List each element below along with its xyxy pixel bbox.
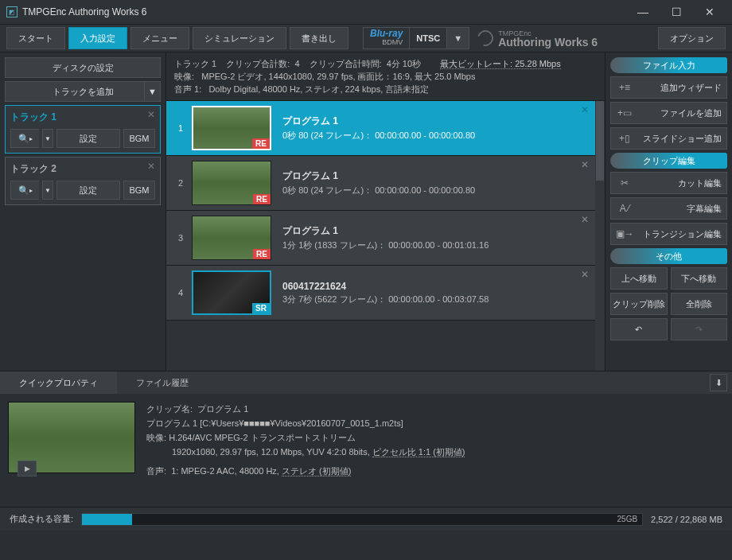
clip-thumbnail: RE (192, 161, 271, 205)
file-add-icon: +▭ (616, 107, 633, 119)
capacity-text: 2,522 / 22,868 MB (651, 515, 722, 524)
download-arrow-button[interactable]: ⬇ (710, 374, 727, 391)
format-selector[interactable]: Blu-ray BDMV NTSC ▼ (363, 27, 469, 49)
clip-item[interactable]: 3 RE プログラム 11分 1秒 (1833 フレーム)： 00:00:00.… (166, 211, 595, 266)
track-close-icon[interactable]: ✕ (147, 161, 155, 172)
right-sidebar: ファイル入力 +≡追加ウィザード +▭ファイルを追加 +▯スライドショー追加 ク… (605, 52, 732, 371)
track-bgm-button[interactable]: BGM (123, 129, 155, 148)
format-dropdown-icon[interactable]: ▼ (446, 28, 469, 49)
play-preview-button[interactable]: ▶ (18, 461, 37, 476)
property-tabs: クイックプロパティ ファイル履歴 ⬇ (0, 371, 732, 394)
format-bluray-label: Blu-ray (370, 29, 403, 38)
simulation-tab[interactable]: シミュレーション (193, 27, 286, 49)
brand-swirl-icon (475, 27, 496, 49)
maximize-button[interactable]: ☐ (660, 2, 692, 22)
track-search-button[interactable]: 🔍▸ (10, 129, 39, 148)
clip-thumbnail: RE (192, 216, 271, 260)
clip-item[interactable]: 2 RE プログラム 10秒 80 (24 フレーム)： 00:00:00.00… (166, 156, 595, 211)
clip-number: 1 (174, 123, 187, 133)
add-wizard-button[interactable]: +≡追加ウィザード (610, 76, 727, 99)
track-settings-button[interactable]: 設定 (56, 181, 120, 200)
track-search-dropdown[interactable]: ▼ (42, 181, 53, 200)
file-history-tab[interactable]: ファイル履歴 (117, 371, 208, 394)
pixel-ratio-link[interactable]: ピクセル比 1:1 (初期値) (372, 447, 465, 457)
scissors-icon: ✂ (616, 177, 633, 189)
wizard-icon: +≡ (616, 82, 633, 93)
clip-number: 2 (174, 178, 187, 188)
re-badge: RE (252, 138, 270, 149)
subtitle-edit-button[interactable]: A ⁄字幕編集 (610, 197, 727, 220)
track-info-bar: トラック 1 クリップ合計数: 4 クリップ合計時間: 4分 10秒 最大ビット… (166, 52, 605, 100)
move-up-button[interactable]: 上へ移動 (610, 267, 668, 290)
track-search-dropdown[interactable]: ▼ (42, 129, 53, 148)
clip-thumbnail: RE (192, 106, 271, 150)
close-window-button[interactable]: ✕ (694, 2, 726, 22)
format-ntsc-label: NTSC (410, 33, 446, 43)
export-tab[interactable]: 書き出し (290, 27, 348, 49)
track-title: トラック 2 (10, 162, 155, 176)
clip-title: プログラム 1 (282, 224, 587, 238)
quick-property-tab[interactable]: クイックプロパティ (0, 371, 117, 394)
titlebar: ◩ TMPGEnc Authoring Works 6 — ☐ ✕ (0, 0, 732, 24)
track-panel-1[interactable]: ✕ トラック 1 🔍▸ ▼ 設定 BGM (5, 105, 161, 154)
capacity-label: 作成される容量: (10, 513, 73, 525)
track-panel-2[interactable]: ✕ トラック 2 🔍▸ ▼ 設定 BGM (5, 157, 161, 205)
clip-item[interactable]: 1 RE プログラム 10秒 80 (24 フレーム)： 00:00:00.00… (166, 101, 595, 156)
clip-list-scrollbar[interactable] (595, 101, 605, 371)
add-track-dropdown-icon[interactable]: ▼ (144, 82, 160, 101)
clip-remove-icon[interactable]: ✕ (581, 104, 589, 115)
option-button[interactable]: オプション (658, 27, 726, 49)
max-bitrate-link[interactable]: 最大ビットレート: 25.28 Mbps (440, 59, 561, 69)
subtitle-icon: A ⁄ (616, 203, 633, 214)
start-tab[interactable]: スタート (6, 27, 65, 49)
section-file-input: ファイル入力 (610, 57, 727, 73)
section-clip-edit: クリップ編集 (610, 153, 727, 169)
clip-number: 3 (174, 233, 187, 243)
disc-settings-button[interactable]: ディスクの設定 (5, 57, 161, 78)
transition-icon: ▣→ (616, 228, 633, 239)
capacity-bar: 25GB (81, 513, 643, 526)
track-bgm-button[interactable]: BGM (123, 181, 155, 200)
clip-meta: 0秒 80 (24 フレーム)： 00:00:00.00 - 00:00:00.… (282, 185, 587, 196)
track-close-icon[interactable]: ✕ (147, 109, 155, 120)
track-search-button[interactable]: 🔍▸ (10, 181, 39, 200)
add-file-button[interactable]: +▭ファイルを追加 (610, 102, 727, 124)
sr-badge: SR (252, 303, 270, 313)
center-panel: トラック 1 クリップ合計数: 4 クリップ合計時間: 4分 10秒 最大ビット… (165, 52, 605, 371)
clip-number: 4 (174, 288, 187, 298)
property-text: クリップ名: プログラム 1 プログラム 1 [C:¥Users¥■■■■■¥V… (146, 402, 724, 499)
clip-thumbnail: SR (192, 270, 271, 315)
clip-item[interactable]: 4 SR 0604172216243分 7秒 (5622 フレーム)： 00:0… (166, 266, 595, 321)
bottom-panel: クイックプロパティ ファイル履歴 ⬇ クリップ名: プログラム 1 プログラム … (0, 371, 732, 507)
add-track-button[interactable]: トラックを追加 ▼ (5, 81, 161, 102)
re-badge: RE (253, 194, 271, 204)
undo-button[interactable]: ↶ (610, 318, 668, 340)
clip-remove-icon[interactable]: ✕ (581, 214, 589, 225)
clip-remove-icon[interactable]: ✕ (581, 269, 589, 280)
transition-edit-button[interactable]: ▣→トランジション編集 (610, 223, 727, 245)
section-other: その他 (610, 248, 727, 264)
delete-all-button[interactable]: 全削除 (671, 293, 728, 315)
clip-delete-button[interactable]: クリップ削除 (610, 293, 668, 315)
brand-large-text: Authoring Works 6 (498, 38, 598, 47)
status-bar: 作成される容量: 25GB 2,522 / 22,868 MB (0, 507, 732, 531)
cut-edit-button[interactable]: ✂カット編集 (610, 172, 727, 194)
redo-icon: ↷ (695, 325, 703, 335)
input-settings-tab[interactable]: 入力設定 (68, 27, 127, 49)
clip-remove-icon[interactable]: ✕ (581, 159, 589, 170)
brand-logo-area: TMPGEnc Authoring Works 6 (477, 29, 598, 47)
add-slideshow-button[interactable]: +▯スライドショー追加 (610, 127, 727, 150)
minimize-button[interactable]: — (627, 2, 659, 22)
redo-button[interactable]: ↷ (671, 318, 728, 340)
menu-tab[interactable]: メニュー (130, 27, 189, 49)
move-down-button[interactable]: 下へ移動 (671, 267, 728, 290)
info-track-name: トラック 1 (174, 57, 216, 70)
capacity-marker: 25GB (617, 515, 638, 523)
clip-title: 060417221624 (282, 281, 587, 292)
clip-meta: 0秒 80 (24 フレーム)： 00:00:00.00 - 00:00:00.… (282, 130, 587, 142)
track-title: トラック 1 (10, 111, 155, 124)
main-toolbar: スタート 入力設定 メニュー シミュレーション 書き出し Blu-ray BDM… (0, 24, 732, 52)
track-settings-button[interactable]: 設定 (56, 129, 120, 148)
slideshow-icon: +▯ (616, 133, 633, 144)
audio-stereo-link[interactable]: ステレオ (初期値) (282, 466, 351, 476)
